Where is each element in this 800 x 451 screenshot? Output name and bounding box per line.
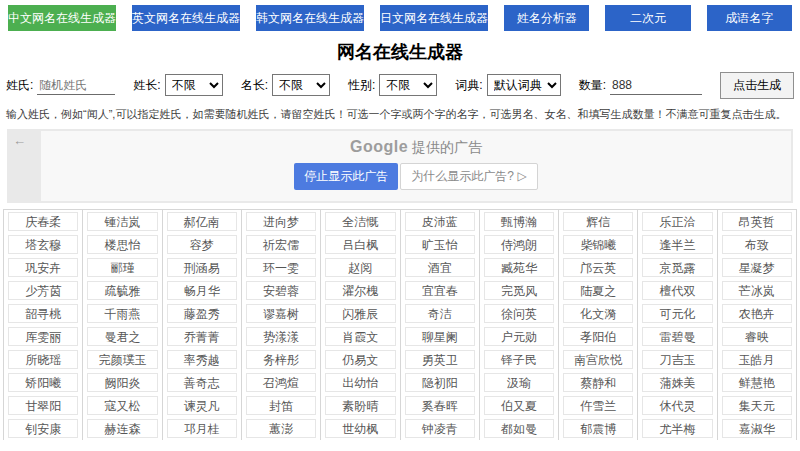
name-cell-wrap: 所晓瑶 bbox=[4, 348, 83, 371]
name-cell-wrap: 嘉淑华 bbox=[718, 417, 797, 440]
surname-input[interactable] bbox=[37, 76, 115, 95]
name-cell-wrap: 藤盈秀 bbox=[163, 302, 242, 325]
name-cell-wrap: 聊星阑 bbox=[401, 325, 480, 348]
name-cell-wrap: 善奇志 bbox=[163, 371, 242, 394]
why-this-ad-button[interactable]: 为什么显示此广告? ▷ bbox=[400, 163, 537, 190]
name-cell-wrap: 柴锦曦 bbox=[559, 233, 638, 256]
given-length-select[interactable]: 不限 bbox=[272, 74, 330, 96]
name-cell-wrap: 封笛 bbox=[242, 394, 321, 417]
nav-button-3[interactable]: 日文网名在线生成器 bbox=[380, 5, 488, 31]
count-input[interactable] bbox=[610, 76, 702, 95]
generated-name: 陆夏之 bbox=[563, 281, 633, 300]
generated-name: 甘翠阳 bbox=[8, 396, 78, 415]
name-cell-wrap: 畅月华 bbox=[163, 279, 242, 302]
generated-name: 侍鸿朗 bbox=[484, 235, 554, 254]
generated-name: 郝亿南 bbox=[167, 212, 237, 231]
name-cell-wrap: 疏毓雅 bbox=[83, 279, 162, 302]
name-cell-wrap: 进向梦 bbox=[242, 210, 321, 233]
count-group: 数量: bbox=[579, 76, 702, 95]
generated-name: 寇又松 bbox=[87, 396, 157, 415]
nav-button-1[interactable]: 英文网名在线生成器 bbox=[132, 5, 240, 31]
surname-label: 姓氏: bbox=[6, 77, 33, 94]
name-cell-wrap: 钟凌青 bbox=[401, 417, 480, 440]
generated-name: 召鸿煊 bbox=[246, 373, 316, 392]
google-logo: Google bbox=[350, 138, 408, 155]
generated-name: 闪雅辰 bbox=[325, 304, 395, 323]
name-cell-wrap: 酒宜 bbox=[401, 256, 480, 279]
ad-back-arrow-icon[interactable]: ← bbox=[13, 133, 26, 148]
name-cell-wrap: 召鸿煊 bbox=[242, 371, 321, 394]
name-cell-wrap: 休代灵 bbox=[638, 394, 717, 417]
generated-name: 嘉淑华 bbox=[722, 419, 792, 438]
generated-name: 千雨燕 bbox=[87, 304, 157, 323]
name-cell-wrap: 势漾漾 bbox=[242, 325, 321, 348]
generated-name: 户元勋 bbox=[484, 327, 554, 346]
name-cell-wrap: 京觅露 bbox=[638, 256, 717, 279]
generated-name: 旷玉怡 bbox=[405, 235, 475, 254]
generated-name: 钊安康 bbox=[8, 419, 78, 438]
gender-select[interactable]: 不限 bbox=[379, 74, 437, 96]
generated-name: 京觅露 bbox=[642, 258, 712, 277]
generated-name: 庆春柔 bbox=[8, 212, 78, 231]
generated-name: 韶寻桃 bbox=[8, 304, 78, 323]
generated-name: 吕白枫 bbox=[325, 235, 395, 254]
generated-name: 檀代双 bbox=[642, 281, 712, 300]
nav-button-0[interactable]: 中文网名在线生成器 bbox=[8, 5, 116, 31]
generated-name: 休代灵 bbox=[642, 396, 712, 415]
generated-name: 进向梦 bbox=[246, 212, 316, 231]
name-cell-wrap: 安碧蓉 bbox=[242, 279, 321, 302]
generated-name: 昂英哲 bbox=[722, 212, 792, 231]
name-cell-wrap: 郦瑾 bbox=[83, 256, 162, 279]
generated-name: 睿映 bbox=[722, 327, 792, 346]
nav-button-5[interactable]: 二次元 bbox=[605, 5, 690, 31]
name-cell-wrap: 南宫欣悦 bbox=[559, 348, 638, 371]
name-cell-wrap: 赵阅 bbox=[321, 256, 400, 279]
name-cell-wrap: 勇英卫 bbox=[401, 348, 480, 371]
ad-container: ← Google 提供的广告 停止显示此广告 为什么显示此广告? ▷ bbox=[7, 129, 793, 203]
generate-button[interactable]: 点击生成 bbox=[720, 72, 794, 99]
surname-length-select[interactable]: 不限 bbox=[165, 74, 223, 96]
generated-name: 赵阅 bbox=[325, 258, 395, 277]
generated-name: 赫连森 bbox=[87, 419, 157, 438]
name-cell-wrap: 务梓彤 bbox=[242, 348, 321, 371]
generated-name: 完觅风 bbox=[484, 281, 554, 300]
generated-name: 集天元 bbox=[722, 396, 792, 415]
generated-name: 务梓彤 bbox=[246, 350, 316, 369]
generated-name: 勇英卫 bbox=[405, 350, 475, 369]
name-cell-wrap: 祈宏儒 bbox=[242, 233, 321, 256]
generated-name: 塔玄穆 bbox=[8, 235, 78, 254]
name-cell-wrap: 可元化 bbox=[638, 302, 717, 325]
surname-group: 姓氏: bbox=[6, 76, 115, 95]
name-cell-wrap: 辉信 bbox=[559, 210, 638, 233]
generated-name: 环一雯 bbox=[246, 258, 316, 277]
ad-header: Google 提供的广告 bbox=[41, 131, 791, 157]
dictionary-select[interactable]: 默认词典 bbox=[487, 74, 561, 96]
generated-name: 矫阳曦 bbox=[8, 373, 78, 392]
name-cell-wrap: 臧苑华 bbox=[480, 256, 559, 279]
name-cell-wrap: 蕙澎 bbox=[242, 417, 321, 440]
count-label: 数量: bbox=[579, 77, 606, 94]
name-cell-wrap: 隐初阳 bbox=[401, 371, 480, 394]
generated-name: 辉信 bbox=[563, 212, 633, 231]
generated-name: 布致 bbox=[722, 235, 792, 254]
nav-button-4[interactable]: 姓名分析器 bbox=[504, 5, 589, 31]
generated-name: 安碧蓉 bbox=[246, 281, 316, 300]
stop-showing-ad-button[interactable]: 停止显示此广告 bbox=[294, 163, 398, 190]
generated-name: 邝云英 bbox=[563, 258, 633, 277]
gender-group: 性别: 不限 bbox=[348, 74, 437, 96]
generated-name: 酒宜 bbox=[405, 258, 475, 277]
generated-name: 封笛 bbox=[246, 396, 316, 415]
generated-name: 化文漪 bbox=[563, 304, 633, 323]
name-cell-wrap: 化文漪 bbox=[559, 302, 638, 325]
nav-button-6[interactable]: 成语名字 bbox=[707, 5, 792, 31]
generated-name: 楼思怡 bbox=[87, 235, 157, 254]
nav-button-2[interactable]: 韩文网名在线生成器 bbox=[256, 5, 364, 31]
name-cell-wrap: 徐问英 bbox=[480, 302, 559, 325]
generated-name: 锺洁岚 bbox=[87, 212, 157, 231]
name-cell-wrap: 世幼枫 bbox=[321, 417, 400, 440]
generated-name: 奚春晖 bbox=[405, 396, 475, 415]
generated-name: 谬嘉树 bbox=[246, 304, 316, 323]
name-cell-wrap: 寇又松 bbox=[83, 394, 162, 417]
name-cell-wrap: 谏灵凡 bbox=[163, 394, 242, 417]
names-grid: 庆春柔锺洁岚郝亿南进向梦全洁慨皮沛蓝甄博瀚辉信乐正洽昂英哲塔玄穆楼思怡容梦祈宏儒… bbox=[3, 209, 797, 440]
